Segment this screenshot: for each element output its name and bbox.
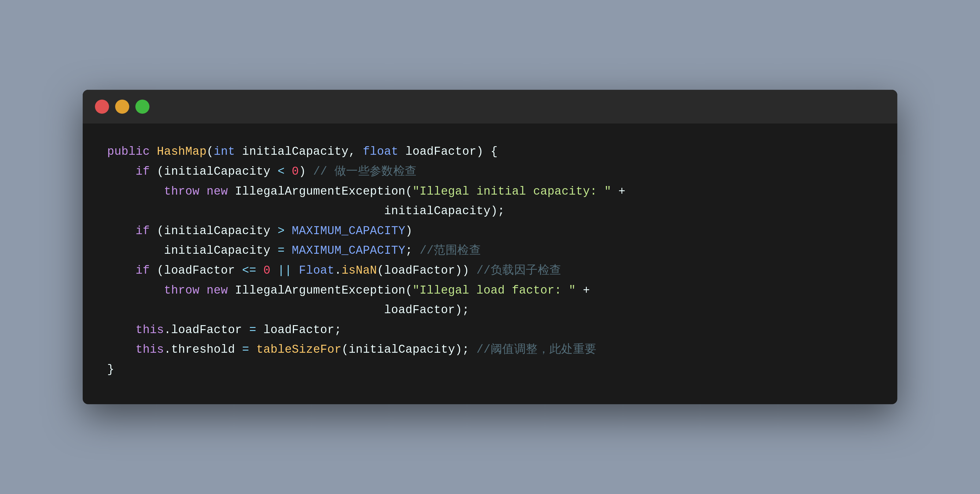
close-button[interactable] xyxy=(95,100,109,114)
code-window: public HashMap(int initialCapacity, floa… xyxy=(83,90,897,404)
code-line-3: throw new IllegalArgumentException("Ille… xyxy=(107,182,873,202)
code-line-9: loadFactor); xyxy=(107,300,873,320)
code-line-12: } xyxy=(107,360,873,380)
code-line-11: this.threshold = tableSizeFor(initialCap… xyxy=(107,340,873,360)
code-line-7: if (loadFactor <= 0 || Float.isNaN(loadF… xyxy=(107,261,873,281)
code-block: public HashMap(int initialCapacity, floa… xyxy=(83,123,897,404)
code-line-5: if (initialCapacity > MAXIMUM_CAPACITY) xyxy=(107,221,873,241)
minimize-button[interactable] xyxy=(115,100,129,114)
code-line-1: public HashMap(int initialCapacity, floa… xyxy=(107,142,873,162)
code-line-8: throw new IllegalArgumentException("Ille… xyxy=(107,281,873,301)
code-line-4: initialCapacity); xyxy=(107,201,873,221)
maximize-button[interactable] xyxy=(135,100,150,114)
code-line-2: if (initialCapacity < 0) // 做一些参数检查 xyxy=(107,162,873,182)
title-bar xyxy=(83,90,897,123)
code-line-10: this.loadFactor = loadFactor; xyxy=(107,320,873,340)
code-line-6: initialCapacity = MAXIMUM_CAPACITY; //范围… xyxy=(107,241,873,261)
